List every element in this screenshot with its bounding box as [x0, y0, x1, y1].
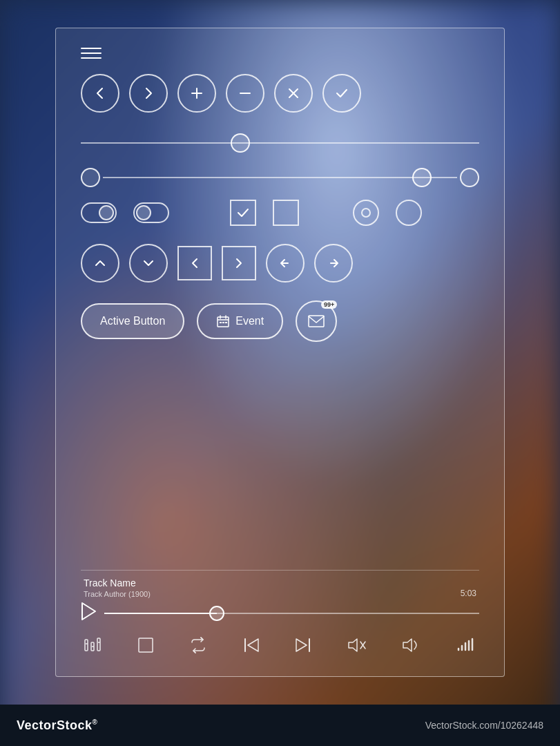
- volume-icon[interactable]: [402, 638, 421, 656]
- vectorstock-name: VectorStock: [17, 718, 93, 732]
- active-button[interactable]: Active Button: [81, 303, 184, 339]
- toggle-on[interactable]: [81, 202, 117, 223]
- checkbox-checked[interactable]: [230, 200, 256, 226]
- notification-badge: 99+: [321, 300, 337, 309]
- skip-back-icon[interactable]: [243, 638, 260, 656]
- player-controls-row: [81, 602, 479, 624]
- notification-button[interactable]: 99+: [296, 300, 337, 342]
- trademark-symbol: ®: [93, 718, 98, 726]
- svg-rect-18: [97, 638, 100, 651]
- toggle-on-knob: [99, 205, 114, 220]
- arrow-buttons-row: [81, 244, 479, 283]
- forward-button[interactable]: [129, 74, 168, 113]
- track-details: Track Name Track Author (1900): [84, 577, 151, 598]
- slider-1-row: [81, 133, 479, 153]
- checkbox-empty[interactable]: [273, 200, 299, 226]
- controls-row: [81, 200, 479, 226]
- slider-2-right-thumb[interactable]: [460, 168, 479, 187]
- ui-card: Active Button Event 99+: [55, 28, 505, 677]
- arrow-left-circle-button[interactable]: [266, 244, 305, 283]
- svg-rect-22: [139, 638, 153, 652]
- confirm-button[interactable]: [322, 74, 361, 113]
- svg-rect-16: [85, 640, 88, 651]
- radio-inner-dot: [361, 208, 371, 218]
- svg-marker-27: [349, 639, 357, 651]
- svg-rect-11: [220, 322, 222, 323]
- volume-bars-icon[interactable]: [457, 638, 476, 656]
- repeat-icon[interactable]: [189, 637, 207, 657]
- slider-1-track[interactable]: [81, 142, 479, 144]
- slider-1-thumb[interactable]: [231, 133, 250, 153]
- player-section: Track Name Track Author (1900) 5:03: [81, 570, 479, 657]
- skip-forward-icon[interactable]: [295, 638, 311, 656]
- media-controls-row: [81, 637, 479, 657]
- hamburger-line-1: [81, 48, 102, 49]
- svg-rect-14: [309, 316, 324, 327]
- vectorstock-logo: VectorStock®: [17, 718, 97, 733]
- svg-marker-15: [82, 603, 95, 620]
- slider-2-row: [81, 168, 479, 187]
- chevron-down-button[interactable]: [129, 244, 168, 283]
- toggle-off[interactable]: [133, 202, 169, 223]
- fullscreen-icon[interactable]: [137, 637, 154, 657]
- slider-2-thumb[interactable]: [412, 168, 432, 187]
- circle-buttons-row: [81, 74, 479, 113]
- svg-rect-13: [225, 322, 227, 323]
- progress-fill: [104, 613, 217, 614]
- slider-2-left-thumb[interactable]: [81, 168, 100, 187]
- action-buttons-row: Active Button Event 99+: [81, 300, 479, 342]
- svg-marker-24: [248, 639, 258, 651]
- add-button[interactable]: [177, 74, 216, 113]
- chevron-up-button[interactable]: [81, 244, 119, 283]
- event-button-label: Event: [235, 315, 264, 327]
- minus-button[interactable]: [226, 74, 264, 113]
- mute-icon[interactable]: [347, 638, 367, 656]
- hamburger-line-3: [81, 57, 102, 59]
- track-name: Track Name: [84, 577, 151, 589]
- radio-selected[interactable]: [353, 200, 379, 226]
- progress-track[interactable]: [104, 613, 479, 614]
- vectorstock-url: VectorStock.com/10262448: [425, 720, 543, 731]
- bottom-bar: VectorStock® VectorStock.com/10262448: [0, 705, 560, 746]
- toggle-off-knob: [136, 205, 151, 220]
- prev-square-button[interactable]: [177, 246, 212, 280]
- calendar-icon: [216, 314, 230, 328]
- hamburger-menu[interactable]: [81, 48, 102, 59]
- svg-rect-12: [222, 322, 224, 323]
- play-button[interactable]: [81, 602, 96, 624]
- radio-unselected[interactable]: [396, 200, 422, 226]
- track-info: Track Name Track Author (1900) 5:03: [81, 577, 479, 598]
- track-time: 5:03: [461, 589, 476, 598]
- hamburger-line-2: [81, 52, 102, 54]
- progress-thumb[interactable]: [209, 606, 224, 621]
- arrow-right-circle-button[interactable]: [314, 244, 353, 283]
- mail-icon: [307, 314, 325, 329]
- event-button[interactable]: Event: [197, 303, 283, 339]
- equalizer-icon[interactable]: [84, 637, 102, 657]
- next-square-button[interactable]: [222, 246, 256, 280]
- svg-marker-30: [403, 639, 412, 651]
- slider-2-track[interactable]: [103, 177, 457, 178]
- active-button-label: Active Button: [100, 315, 165, 327]
- svg-marker-26: [296, 639, 307, 651]
- track-author: Track Author (1900): [84, 590, 151, 598]
- back-button[interactable]: [81, 74, 119, 113]
- close-button[interactable]: [274, 74, 313, 113]
